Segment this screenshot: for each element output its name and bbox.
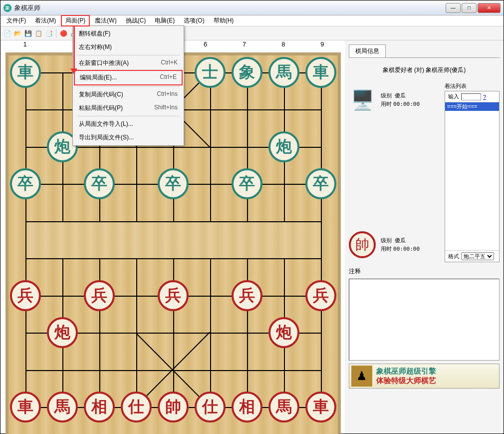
- chess-piece[interactable]: 馬: [47, 392, 78, 423]
- weibo-icon[interactable]: 🔴: [59, 29, 68, 38]
- banner-icon: ♟: [351, 366, 372, 387]
- close-button[interactable]: ✕: [478, 3, 501, 13]
- chess-piece[interactable]: 卒: [232, 168, 262, 199]
- dropdown-separator: [77, 86, 180, 87]
- chess-piece[interactable]: 帥: [158, 392, 189, 423]
- level-label: 级别: [381, 92, 392, 98]
- dd-edit-position[interactable]: 编辑局面(E)...Ctrl+E: [74, 70, 183, 85]
- maximize-button[interactable]: □: [462, 3, 477, 13]
- format-select[interactable]: 炮二平五: [461, 252, 494, 260]
- dd-shortcut: Ctrl+Ins: [157, 90, 178, 99]
- dd-label: 编辑局面(E)...: [80, 73, 117, 82]
- chess-piece[interactable]: 象: [232, 57, 262, 88]
- notes-label: 注释: [349, 267, 500, 276]
- chess-piece[interactable]: 卒: [10, 168, 41, 199]
- tab-game-info[interactable]: 棋局信息: [349, 44, 386, 57]
- level-value: 傻瓜: [395, 237, 406, 243]
- move-input[interactable]: [461, 93, 481, 100]
- dd-replay-new-window[interactable]: 在新窗口中推演(A)Ctrl+K: [74, 56, 183, 70]
- dd-paste-code[interactable]: 粘贴局面代码(P)Shift+Ins: [74, 101, 183, 115]
- time-value: 00:00:00: [393, 101, 420, 107]
- dd-label: 复制局面代码(C): [79, 90, 123, 99]
- chess-piece[interactable]: 仕: [121, 392, 152, 423]
- dd-label: 从局面文件导入(L)...: [79, 120, 133, 128]
- chess-piece[interactable]: 兵: [305, 280, 336, 311]
- chess-piece[interactable]: 炮: [47, 317, 78, 348]
- chess-piece[interactable]: 相: [84, 392, 115, 423]
- paste-icon[interactable]: 📑: [44, 29, 53, 38]
- moves-format-row: 格式 炮二平五: [445, 250, 499, 262]
- chess-piece[interactable]: 兵: [10, 280, 41, 311]
- moves-panel: 输入 ? ===开始=== 格式 炮二平五: [445, 91, 500, 262]
- position-dropdown: 翻转棋盘(F) 左右对称(M) 在新窗口中推演(A)Ctrl+K 编辑局面(E)…: [72, 25, 184, 146]
- dd-shortcut: Ctrl+K: [161, 59, 178, 67]
- banner-text: 象棋巫师超级引擎 体验特级大师棋艺: [376, 367, 436, 386]
- menubar: 文件(F) 着法(M) 局面(P) 魔法(W) 挑战(C) 电脑(E) 选项(O…: [0, 15, 504, 26]
- player-red-row: 帥 级别 傻瓜 用时 00:00:00: [349, 231, 442, 258]
- new-icon[interactable]: 📄: [2, 29, 11, 38]
- col-label: 1: [23, 40, 26, 48]
- chess-piece[interactable]: 炮: [268, 131, 299, 162]
- chess-piece[interactable]: 車: [305, 392, 336, 423]
- moves-list-label: 着法列表: [445, 82, 500, 90]
- chess-piece[interactable]: 仕: [195, 392, 226, 423]
- dd-export-file[interactable]: 导出到局面文件(S)...: [74, 131, 183, 144]
- dd-label: 导出到局面文件(S)...: [79, 133, 134, 142]
- chess-piece[interactable]: 馬: [268, 57, 299, 88]
- annotation-arrowhead: [70, 68, 77, 74]
- chess-piece[interactable]: 車: [10, 57, 41, 88]
- side-panel: 棋局信息 象棋爱好者 (对) 象棋巫师(傻瓜) 🖥️ 级别 傻瓜 用时 00:0…: [345, 40, 504, 434]
- chess-piece[interactable]: 兵: [158, 280, 189, 311]
- chess-piece[interactable]: 馬: [268, 392, 299, 423]
- menu-options[interactable]: 选项(O): [180, 15, 208, 26]
- players-line: 象棋爱好者 (对) 象棋巫师(傻瓜): [349, 61, 500, 79]
- player-red-labels: 级别 傻瓜 用时 00:00:00: [381, 236, 420, 254]
- minimize-button[interactable]: —: [446, 3, 461, 13]
- app-window: 象 象棋巫师 — □ ✕ 文件(F) 着法(M) 局面(P) 魔法(W) 挑战(…: [0, 0, 504, 434]
- banner-line2: 体验特级大师棋艺: [376, 376, 436, 386]
- dd-import-file[interactable]: 从局面文件导入(L)...: [74, 117, 183, 131]
- menu-moves[interactable]: 着法(M): [31, 15, 60, 26]
- menu-magic[interactable]: 魔法(W): [91, 15, 120, 26]
- help-link[interactable]: ?: [483, 94, 486, 100]
- dd-mirror[interactable]: 左右对称(M): [74, 40, 183, 54]
- chess-piece[interactable]: 車: [10, 392, 41, 423]
- open-icon[interactable]: 📂: [13, 29, 22, 38]
- menu-file[interactable]: 文件(F): [2, 15, 30, 26]
- toolbar-separator: [56, 28, 56, 38]
- chess-piece[interactable]: 車: [305, 57, 336, 88]
- col-label: 7: [243, 40, 246, 48]
- dd-shortcut: Shift+Ins: [154, 104, 178, 112]
- save-icon[interactable]: 💾: [23, 29, 32, 38]
- chess-piece[interactable]: 兵: [232, 280, 262, 311]
- format-label: 格式: [448, 253, 459, 260]
- notes-textarea[interactable]: [349, 279, 500, 361]
- menu-help[interactable]: 帮助(H): [210, 15, 238, 26]
- chess-piece[interactable]: 卒: [84, 168, 115, 199]
- menu-challenge[interactable]: 挑战(C): [122, 15, 150, 26]
- moves-list[interactable]: ===开始===: [445, 102, 499, 250]
- chess-piece[interactable]: 兵: [84, 280, 115, 311]
- chess-piece[interactable]: 卒: [158, 168, 189, 199]
- chess-piece[interactable]: 炮: [268, 317, 299, 348]
- level-label: 级别: [381, 237, 392, 243]
- menu-position[interactable]: 局面(P): [61, 15, 90, 26]
- copy-icon[interactable]: 📋: [34, 29, 43, 38]
- chess-piece[interactable]: 卒: [305, 168, 336, 199]
- dd-label: 在新窗口中推演(A): [79, 59, 129, 67]
- dd-label: 翻转棋盘(F): [79, 29, 110, 38]
- dd-shortcut: Ctrl+E: [160, 73, 177, 82]
- annotation-arrow: [73, 26, 75, 71]
- engine-banner[interactable]: ♟ 象棋巫师超级引擎 体验特级大师棋艺: [349, 364, 500, 389]
- menu-computer[interactable]: 电脑(E): [151, 15, 179, 26]
- time-value: 00:00:00: [393, 246, 420, 252]
- chess-piece[interactable]: 士: [195, 57, 226, 88]
- move-start-marker[interactable]: ===开始===: [445, 102, 499, 111]
- player-black-row: 🖥️ 级别 傻瓜 用时 00:00:00: [349, 86, 442, 113]
- time-label: 用时: [381, 246, 392, 252]
- chess-piece[interactable]: 相: [232, 392, 262, 423]
- shuai-icon: 帥: [349, 231, 376, 258]
- dd-flip-board[interactable]: 翻转棋盘(F): [74, 27, 183, 40]
- computer-icon: 🖥️: [349, 86, 376, 113]
- dd-copy-code[interactable]: 复制局面代码(C)Ctrl+Ins: [74, 88, 183, 101]
